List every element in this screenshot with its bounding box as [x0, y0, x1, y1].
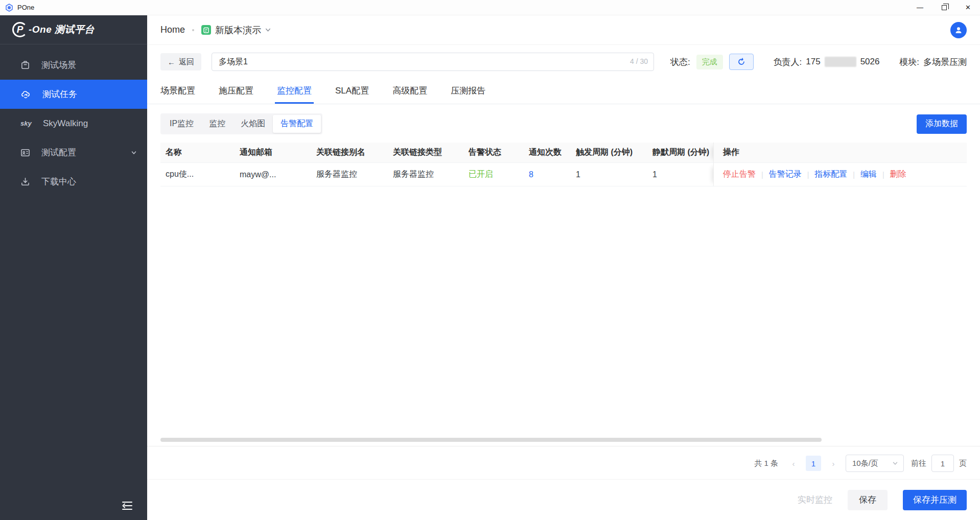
close-icon: ✕: [965, 4, 971, 11]
save-button[interactable]: 保存: [848, 490, 888, 510]
add-data-button[interactable]: 添加数据: [917, 114, 967, 134]
breadcrumb-project-label: 新版本演示: [215, 24, 261, 36]
breadcrumb-separator: [192, 29, 194, 31]
subtab-flamegraph[interactable]: 火焰图: [233, 115, 273, 133]
cell-trigger-period: 1: [571, 163, 647, 186]
cell-email: mayw@...: [235, 163, 311, 186]
minimize-icon: —: [917, 4, 923, 11]
user-avatar[interactable]: [950, 22, 967, 38]
cell-silence-period: 1: [647, 163, 713, 186]
col-header-trigger-period: 触发周期 (分钟): [571, 143, 647, 163]
refresh-status-button[interactable]: [729, 54, 754, 70]
config-card-icon: [20, 148, 30, 157]
sidebar-item-test-config[interactable]: 测试配置: [0, 138, 147, 167]
module-group: 模块: 多场景压测: [899, 56, 967, 68]
restore-button[interactable]: [932, 0, 956, 15]
col-header-silence-period: 静默周期 (分钟): [647, 143, 713, 163]
col-header-link-type: 关联链接类型: [388, 143, 463, 163]
char-counter: 4 / 30: [630, 57, 648, 65]
col-header-name: 名称: [160, 143, 235, 163]
owner-phone-prefix: 175: [806, 57, 820, 67]
sidebar-item-download-center[interactable]: 下载中心: [0, 167, 147, 196]
page-header: Home 新版本演示: [147, 15, 980, 45]
tab-scene-config[interactable]: 场景配置: [160, 79, 195, 104]
cell-link-alias: 服务器监控: [311, 163, 388, 186]
tab-sla-config[interactable]: SLA配置: [335, 79, 369, 104]
owner-phone-suffix: 5026: [860, 57, 880, 67]
back-arrow-icon: ←: [168, 58, 175, 66]
config-tabs: 场景配置 施压配置 监控配置 SLA配置 高级配置 压测报告: [147, 79, 980, 104]
sidebar-menu: 测试场景 测试任务 sky SkyWalking 测试配置 下载中心: [0, 44, 147, 196]
page-size-select[interactable]: 10条/页: [846, 455, 904, 472]
col-header-notify-count: 通知次数: [524, 143, 571, 163]
scene-icon: [20, 60, 30, 70]
col-header-actions: 操作: [713, 143, 967, 163]
page-size-value: 10条/页: [852, 459, 878, 468]
realtime-monitor-button[interactable]: 实时监控: [798, 494, 832, 506]
scrollbar-thumb[interactable]: [160, 438, 822, 442]
pagination: 共 1 条 ‹ 1 › 10条/页 前往 页: [147, 446, 980, 479]
masked-phone-segment: [825, 57, 856, 67]
sidebar-item-label: 测试场景: [41, 59, 76, 71]
goto-label: 前往: [911, 459, 926, 468]
task-cloud-icon: [20, 89, 31, 100]
sidebar-item-test-scene[interactable]: 测试场景: [0, 51, 147, 80]
breadcrumb-project-dropdown[interactable]: 新版本演示: [201, 24, 271, 36]
sidebar-logo: P -One 测试平台: [0, 15, 147, 44]
chevron-down-icon: [892, 460, 898, 466]
window-controls: — ✕: [908, 0, 980, 15]
footer-action-bar: 实时监控 保存 保存并压测: [147, 479, 980, 520]
back-button[interactable]: ← 返回: [160, 53, 201, 70]
page-number-1[interactable]: 1: [806, 456, 821, 471]
sidebar-item-skywalking[interactable]: sky SkyWalking: [0, 109, 147, 138]
horizontal-scrollbar[interactable]: [160, 437, 967, 442]
tab-advanced-config[interactable]: 高级配置: [392, 79, 427, 104]
status-label: 状态:: [670, 56, 690, 68]
table-scroll-zone: [147, 437, 980, 446]
module-value: 多场景压测: [923, 56, 967, 68]
tab-test-report[interactable]: 压测报告: [451, 79, 485, 104]
alarm-records-link[interactable]: 告警记录: [769, 169, 802, 180]
owner-group: 负责人: 1755026: [774, 56, 880, 68]
tab-monitor-config[interactable]: 监控配置: [277, 79, 312, 104]
alarm-table: 名称 通知邮箱 关联链接别名 关联链接类型 告警状态 通知次数 触发周期 (分钟…: [160, 143, 967, 437]
scene-toolbar: ← 返回 4 / 30 状态: 完成 负责人: 1755026: [147, 45, 980, 79]
next-page-button[interactable]: ›: [828, 459, 838, 468]
cell-alarm-status: 已开启: [463, 163, 524, 186]
close-button[interactable]: ✕: [956, 0, 980, 15]
breadcrumb-home[interactable]: Home: [160, 25, 185, 35]
subtab-monitor[interactable]: 监控: [201, 115, 233, 133]
pagination-total: 共 1 条: [754, 459, 778, 468]
project-icon: [201, 25, 211, 35]
cell-notify-count[interactable]: 8: [524, 163, 571, 186]
monitor-subheader: IP监控 监控 火焰图 告警配置 添加数据: [147, 104, 980, 134]
toolbar-meta: 状态: 完成 负责人: 1755026 模块: 多场景压测: [654, 54, 967, 70]
logo-mark-icon: P: [12, 22, 28, 37]
action-separator: |: [761, 171, 763, 179]
delete-link[interactable]: 删除: [890, 169, 906, 180]
sidebar-item-label: 下载中心: [41, 176, 76, 187]
minimize-button[interactable]: —: [908, 0, 932, 15]
cell-name: cpu使...: [160, 163, 235, 186]
sidebar-item-label: 测试配置: [41, 147, 76, 158]
window-titlebar: POne — ✕: [0, 0, 980, 15]
edit-link[interactable]: 编辑: [860, 169, 877, 180]
sidebar-item-test-task[interactable]: 测试任务: [0, 80, 147, 109]
goto-page-input[interactable]: [931, 455, 954, 472]
save-and-run-button[interactable]: 保存并压测: [903, 490, 967, 510]
collapse-sidebar-icon[interactable]: [121, 500, 134, 512]
cell-actions: 停止告警| 告警记录| 指标配置| 编辑| 删除: [713, 163, 967, 186]
sidebar-item-label: SkyWalking: [43, 119, 88, 129]
stop-alarm-link[interactable]: 停止告警: [723, 169, 756, 180]
prev-page-button[interactable]: ‹: [788, 459, 799, 468]
action-separator: |: [853, 171, 855, 179]
owner-label: 负责人:: [774, 56, 802, 68]
scene-name-input[interactable]: [212, 53, 654, 71]
col-header-email: 通知邮箱: [235, 143, 311, 163]
metric-config-link[interactable]: 指标配置: [814, 169, 847, 180]
user-icon: [954, 26, 963, 35]
subtab-ip-monitor[interactable]: IP监控: [162, 115, 201, 133]
subtab-alarm-config[interactable]: 告警配置: [273, 115, 321, 133]
tab-pressure-config[interactable]: 施压配置: [219, 79, 253, 104]
status-badge: 完成: [696, 55, 723, 69]
